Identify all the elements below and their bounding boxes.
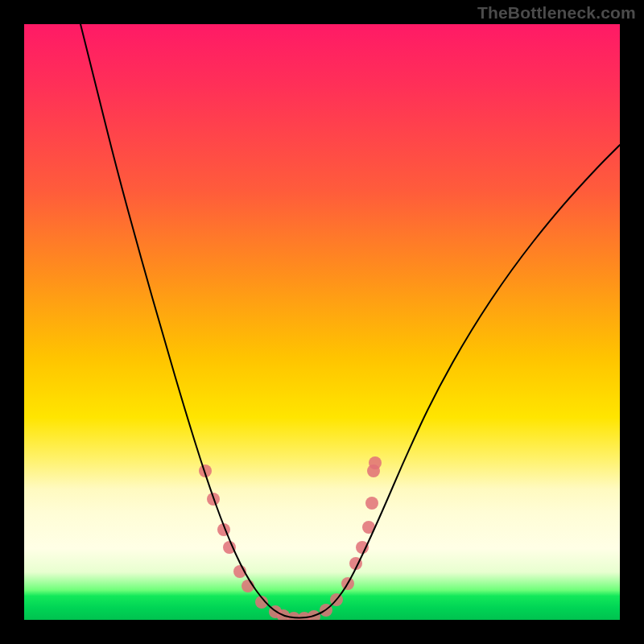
- marker-dots-group: [199, 456, 382, 620]
- watermark-text: TheBottleneck.com: [477, 3, 636, 23]
- curve-svg: [24, 24, 620, 620]
- plot-area: [24, 24, 620, 620]
- marker-dot: [356, 541, 369, 554]
- chart-frame: TheBottleneck.com: [0, 0, 644, 644]
- marker-dot: [365, 497, 378, 510]
- bottleneck-curve: [80, 24, 620, 617]
- marker-dot: [369, 456, 382, 469]
